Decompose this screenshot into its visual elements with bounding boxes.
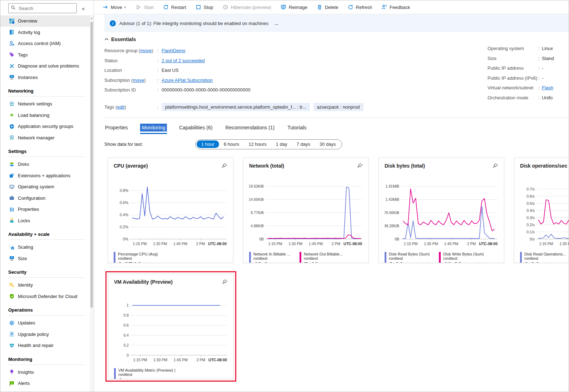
essentials-inline-link[interactable]: move bbox=[133, 78, 144, 83]
tab-capabilities-6-[interactable]: Capabilities (6) bbox=[178, 124, 213, 132]
toolbar-move-button[interactable]: Move∨ bbox=[103, 4, 126, 10]
sidebar-search[interactable] bbox=[8, 3, 77, 13]
sidebar-item-load-balancing[interactable]: Load balancing bbox=[0, 110, 94, 121]
essentials-label: Subscription (move) bbox=[104, 78, 157, 83]
range-12-hours[interactable]: 12 hours bbox=[244, 140, 271, 148]
legend-resource-name: ronittest bbox=[118, 372, 175, 377]
sidebar-item-microsoft-defender-for-cloud[interactable]: Microsoft Defender for Cloud bbox=[0, 291, 94, 302]
toolbar-delete-button[interactable]: Delete bbox=[317, 4, 338, 10]
toolbar-button-label: Refresh bbox=[356, 5, 372, 10]
range-7-days[interactable]: 7 days bbox=[292, 140, 315, 148]
advisor-banner[interactable]: i Advisor (1 of 1): File integrity monit… bbox=[104, 14, 569, 32]
tab-properties[interactable]: Properties bbox=[104, 124, 129, 132]
toolbar-start-button[interactable]: Start bbox=[135, 4, 153, 10]
pin-chart-button[interactable] bbox=[357, 163, 363, 170]
toolbar-button-label: Reimage bbox=[289, 5, 307, 10]
sidebar-item-identity[interactable]: Identity bbox=[0, 279, 94, 291]
legend-metric-name: VM Availability Metric (Preview) (Avg) bbox=[118, 368, 175, 372]
toolbar-hibernate-preview--button[interactable]: Hibernate (preview) bbox=[223, 4, 271, 10]
toolbar-restart-button[interactable]: Restart bbox=[163, 4, 186, 10]
sidebar-item-locks[interactable]: Locks bbox=[0, 215, 94, 227]
sidebar-item-properties[interactable]: Properties bbox=[0, 204, 94, 215]
scrollbar-up-arrow[interactable]: ▲ bbox=[90, 17, 93, 19]
sidebar-item-configuration[interactable]: Configuration bbox=[0, 193, 94, 204]
search-input[interactable] bbox=[18, 5, 74, 11]
toolbar-button-label: Move bbox=[111, 5, 122, 10]
toolbar-feedback-button[interactable]: Feedback bbox=[381, 4, 410, 10]
range-30-days[interactable]: 30 days bbox=[315, 140, 341, 148]
pin-chart-button[interactable] bbox=[222, 279, 228, 287]
sidebar-item-health-and-repair[interactable]: Health and repair bbox=[0, 340, 94, 351]
chart-canvas: 00.20.40.60.811:15 PM1:30 PM1:45 PM2 PMU… bbox=[114, 295, 228, 366]
edit-tags-link[interactable]: edit bbox=[117, 104, 124, 110]
sidebar-item-access-control-iam-[interactable]: Access control (IAM) bbox=[0, 38, 94, 49]
defender-icon bbox=[9, 293, 15, 299]
sidebar-item-tags[interactable]: Tags bbox=[0, 49, 94, 61]
sidebar-item-alerts[interactable]: Alerts bbox=[0, 378, 94, 389]
chart-title: Disk operations/sec (a bbox=[520, 163, 569, 169]
access-control-icon bbox=[9, 41, 15, 46]
essentials-value-link[interactable]: Azure APlat Subscription bbox=[162, 78, 213, 83]
essentials-value: Linux bbox=[542, 46, 553, 51]
legend-item: Disk Read Bytes (Sum)ronittest2.91MiB bbox=[385, 252, 430, 263]
essentials-label: Subscription ID bbox=[104, 87, 157, 93]
sidebar-item-insights[interactable]: Insights bbox=[0, 367, 94, 378]
svg-text:1:45 PM: 1:45 PM bbox=[174, 358, 188, 362]
svg-text:1:15 PM: 1:15 PM bbox=[268, 242, 282, 246]
sidebar-item-label: Load balancing bbox=[18, 113, 49, 118]
reimage-icon bbox=[281, 4, 286, 10]
toolbar-refresh-button[interactable]: Refresh bbox=[348, 4, 372, 10]
metric-card-disk-operations-sec-a: Disk operations/sec (a0/s0.1/s0.2/s0.3/s… bbox=[514, 158, 569, 263]
range-1-day[interactable]: 1 day bbox=[271, 140, 292, 148]
sidebar-item-upgrade-policy[interactable]: Upgrade policy bbox=[0, 329, 94, 340]
essentials-value-link[interactable]: FlashDemo bbox=[162, 48, 185, 53]
svg-text:2 PM: 2 PM bbox=[467, 242, 476, 246]
essentials-value-link[interactable]: 2 out of 2 succeeded bbox=[162, 58, 205, 63]
legend-resource-name: ronittest bbox=[304, 256, 343, 260]
sidebar-item-operating-system[interactable]: Operating system bbox=[0, 181, 94, 193]
sidebar-item-label: Locks bbox=[18, 218, 30, 223]
toolbar-stop-button[interactable]: Stop bbox=[196, 4, 213, 10]
collapse-sidebar-button[interactable]: « bbox=[80, 5, 87, 12]
tab-monitoring[interactable]: Monitoring bbox=[140, 124, 167, 132]
svg-text:UTC-08:00: UTC-08:00 bbox=[343, 242, 362, 246]
sidebar-item-instances[interactable]: Instances bbox=[0, 72, 94, 83]
essentials-label: Status bbox=[104, 58, 157, 63]
time-range-row: Show data for last: 1 hour6 hours12 hour… bbox=[104, 139, 569, 149]
sidebar-item-activity-log[interactable]: Activity log bbox=[0, 27, 94, 38]
svg-text:0/s: 0/s bbox=[530, 237, 535, 241]
pin-chart-button[interactable] bbox=[492, 163, 498, 170]
svg-text:0.4%: 0.4% bbox=[120, 212, 128, 217]
network-icon bbox=[9, 135, 15, 140]
sidebar-item-size[interactable]: Size bbox=[0, 253, 94, 264]
svg-text:UTC-08:00: UTC-08:00 bbox=[479, 242, 498, 246]
scrollbar-thumb[interactable] bbox=[90, 22, 93, 308]
pin-chart-button[interactable] bbox=[221, 163, 227, 170]
toolbar-reimage-button[interactable]: Reimage bbox=[281, 4, 307, 10]
sidebar-item-diagnose-and-solve-problems[interactable]: Diagnose and solve problems bbox=[0, 60, 94, 72]
legend-item: Network Out Billable...ronittest5.46KiB bbox=[300, 252, 343, 263]
chart-plot: 00.20.40.60.811:15 PM1:30 PM1:45 PM2 PMU… bbox=[114, 295, 228, 367]
sidebar-section-header: Security bbox=[0, 264, 94, 277]
sidebar-item-label: Properties bbox=[18, 207, 39, 212]
sidebar-scrollbar[interactable]: ▲ bbox=[90, 16, 93, 392]
svg-text:1.43MiB: 1.43MiB bbox=[385, 197, 399, 202]
svg-text:4.88KiB: 4.88KiB bbox=[251, 223, 264, 228]
sidebar-item-application-security-groups[interactable]: Application security groups bbox=[0, 121, 94, 132]
essentials-value-link[interactable]: Flash bbox=[542, 85, 553, 90]
sidebar-item-label: Alerts bbox=[18, 381, 30, 386]
svg-text:UTC-08:00: UTC-08:00 bbox=[208, 242, 227, 246]
sidebar-item-updates[interactable]: Updates bbox=[0, 317, 94, 329]
sidebar-item-network-settings[interactable]: Network settings bbox=[0, 98, 94, 110]
essentials-inline-link[interactable]: move bbox=[140, 48, 152, 53]
banner-arrow-icon[interactable]: → bbox=[273, 20, 279, 26]
sidebar-item-scaling[interactable]: Scaling bbox=[0, 242, 94, 253]
sidebar-item-overview[interactable]: Overview bbox=[0, 15, 94, 27]
tab-tutorials[interactable]: Tutorials bbox=[287, 124, 307, 132]
range-1-hour[interactable]: 1 hour bbox=[197, 140, 219, 148]
sidebar-item-network-manager[interactable]: Network manager bbox=[0, 132, 94, 144]
range-6-hours[interactable]: 6 hours bbox=[219, 140, 244, 148]
sidebar-item-disks[interactable]: Disks bbox=[0, 159, 94, 170]
tab-recommendations-1-[interactable]: Recommendations (1) bbox=[225, 124, 276, 132]
sidebar-item-extensions-applications[interactable]: Extensions + applications bbox=[0, 170, 94, 182]
